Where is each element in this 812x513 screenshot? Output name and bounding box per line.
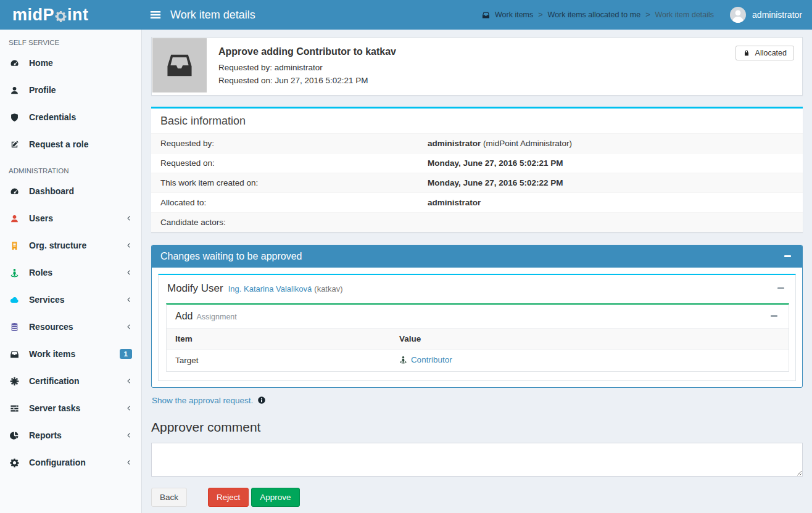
changes-panel-header: Changes waiting to be approved <box>152 245 802 268</box>
sidebar-item-home[interactable]: Home <box>0 49 141 76</box>
info-row: Requested by: administrator (midPoint Ad… <box>151 133 803 153</box>
breadcrumb-current: Work item details <box>655 10 714 19</box>
assignment-delta-table: Item Value Target <box>167 328 789 371</box>
sidebar-item-roles[interactable]: Roles <box>0 259 141 286</box>
breadcrumb-link[interactable]: Work items <box>495 10 533 19</box>
minus-icon <box>771 315 777 317</box>
info-row-value: administrator (midPoint Administrator) <box>418 134 803 153</box>
sidebar-item-label: Request a role <box>29 139 88 149</box>
user-name: administrator <box>752 10 802 20</box>
breadcrumb-separator: > <box>538 10 542 19</box>
modify-user-box: Modify User Ing. Katarina Valaliková (ka… <box>158 274 796 381</box>
user-menu[interactable]: administrator <box>730 7 802 23</box>
sidebar-item-profile[interactable]: Profile <box>0 76 141 104</box>
sidebar-item-reports[interactable]: Reports <box>0 422 141 449</box>
sidebar-item-services[interactable]: Services <box>0 286 141 313</box>
avatar <box>730 7 746 23</box>
info-row-value: Monday, June 27, 2016 5:02:21 PM <box>418 154 803 173</box>
sidebar-item-label: Certification <box>29 376 80 386</box>
breadcrumb-link[interactable]: Work items allocated to me <box>548 10 641 19</box>
info-row: Allocated to: administrator <box>151 192 803 212</box>
breadcrumb-separator: > <box>645 10 650 19</box>
status-badge-label: Allocated <box>755 49 787 57</box>
approver-comment-heading: Approver comment <box>151 420 803 435</box>
chevron-left-icon <box>126 323 132 330</box>
sidebar-item-label: Work items <box>29 349 75 359</box>
sidebar-item-label: Reports <box>29 430 62 440</box>
chevron-left-icon <box>126 377 132 385</box>
reject-button[interactable]: Reject <box>208 488 249 507</box>
contributor-link[interactable]: Contributor <box>399 355 452 364</box>
info-row: This work item created on: Monday, June … <box>151 173 803 192</box>
show-approval-request-link[interactable]: Show the approval request. <box>152 396 253 405</box>
info-row-label: Requested on: <box>151 154 418 173</box>
street-view-icon <box>399 356 407 364</box>
sidebar-item-server-tasks[interactable]: Server tasks <box>0 395 141 422</box>
user-icon <box>9 214 20 223</box>
lock-icon <box>743 49 750 57</box>
database-icon <box>9 322 20 332</box>
navbar: Work item details Work items > Work item… <box>142 0 812 30</box>
column-header-item: Item <box>167 328 391 349</box>
info-row: Requested on: Monday, June 27, 2016 5:02… <box>151 153 803 173</box>
sidebar-item-label: Server tasks <box>29 403 80 413</box>
sidebar-item-label: Home <box>29 58 53 68</box>
sidebar-item-credentials[interactable]: Credentials <box>0 104 141 131</box>
approve-button[interactable]: Approve <box>251 488 299 507</box>
page-title: Work item details <box>170 9 255 22</box>
cloud-icon <box>9 295 20 305</box>
sidebar-item-label: Profile <box>29 85 56 95</box>
sidebar-item-certification[interactable]: Certification <box>0 367 141 395</box>
modify-user-target-suffix: (katkav) <box>314 284 342 293</box>
sidebar-item-request-a-role[interactable]: Request a role <box>0 131 141 158</box>
work-item-icon-tile <box>152 38 207 92</box>
info-row-value <box>418 213 803 232</box>
basic-information-title: Basic information <box>151 109 803 133</box>
collapse-button[interactable] <box>768 313 780 319</box>
approval-request-row: Show the approval request. <box>151 394 803 407</box>
collapse-button[interactable] <box>775 285 787 292</box>
sidebar-item-users[interactable]: Users <box>0 205 141 232</box>
sidebar-item-configuration[interactable]: Configuration <box>0 449 141 476</box>
gear-logo-icon <box>55 10 67 22</box>
sidebar-item-label: Services <box>29 295 65 305</box>
sidebar-item-resources[interactable]: Resources <box>0 313 141 340</box>
changes-panel-title: Changes waiting to be approved <box>160 251 302 262</box>
back-button[interactable]: Back <box>151 488 187 507</box>
logo-text-left: midP <box>12 6 54 25</box>
column-header-value: Value <box>391 328 789 349</box>
info-row-label: Requested by: <box>151 134 418 153</box>
info-row-value-bold: Monday, June 27, 2016 5:02:22 PM <box>428 178 563 187</box>
modify-user-target-link[interactable]: Ing. Katarina Valaliková <box>228 284 312 293</box>
sidebar-item-org-structure[interactable]: Org. structure <box>0 232 141 259</box>
chevron-left-icon <box>126 459 132 466</box>
sidebar-item-work-items[interactable]: Work items 1 <box>0 340 141 367</box>
info-row-value-bold: administrator <box>428 139 481 148</box>
info-row-value-bold: Monday, June 27, 2016 5:02:21 PM <box>428 158 563 168</box>
work-item-title: Approve adding Contributor to katkav <box>218 46 396 57</box>
changes-panel: Changes waiting to be approved Modify Us… <box>151 245 803 388</box>
logo-text-right: int <box>67 6 89 25</box>
app-logo[interactable]: midP int <box>0 0 142 30</box>
approver-comment-input[interactable] <box>151 443 803 477</box>
contributor-link-label: Contributor <box>411 355 452 364</box>
sidebar-item-label: Credentials <box>29 112 76 122</box>
inbox-icon <box>482 11 490 19</box>
sidebar-item-label: Dashboard <box>29 186 74 196</box>
shield-icon <box>9 113 20 122</box>
sidebar-item-dashboard[interactable]: Dashboard <box>0 178 141 205</box>
modify-user-title: Modify User <box>167 282 223 295</box>
add-assignment-title: Add <box>175 311 193 322</box>
hamburger-menu-icon[interactable] <box>149 9 162 21</box>
sidebar-item-label: Configuration <box>29 458 86 467</box>
info-row-label: Allocated to: <box>151 193 418 212</box>
tachometer-icon <box>9 187 20 196</box>
chevron-left-icon <box>126 432 132 439</box>
work-item-requested-on: Requested on: Jun 27, 2016 5:02:21 PM <box>218 75 396 88</box>
collapse-button[interactable] <box>782 253 793 260</box>
minus-icon <box>777 287 784 289</box>
info-row-label: This work item created on: <box>151 173 418 192</box>
status-badge: Allocated <box>735 46 794 60</box>
info-row-value-extra: (midPoint Administrator) <box>481 139 572 148</box>
add-assignment-box: Add Assignment Item Value <box>166 303 789 372</box>
